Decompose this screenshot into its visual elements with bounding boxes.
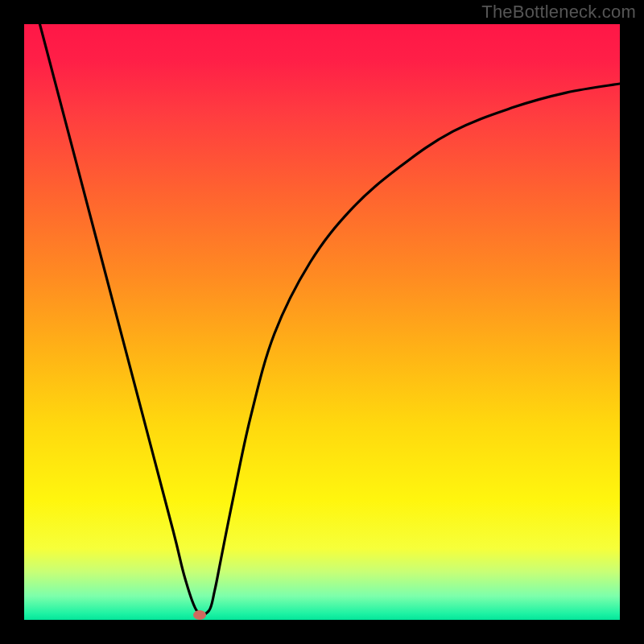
chart-frame: TheBottleneck.com [0,0,644,644]
plot-area [24,24,620,620]
minimum-marker [193,610,206,620]
watermark-text: TheBottleneck.com [481,2,636,23]
bottleneck-curve [24,24,620,620]
